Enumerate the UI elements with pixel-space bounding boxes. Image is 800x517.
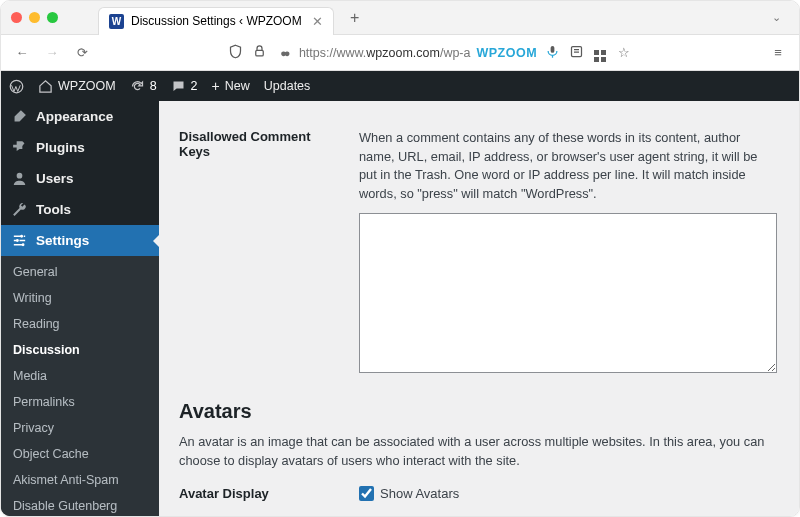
address-bar[interactable]: ●● https://www.wpzoom.com/wp-a WPZOOM ☆ — [103, 43, 757, 62]
avatar-display-row: Avatar Display Show Avatars — [179, 486, 777, 501]
svg-rect-0 — [256, 50, 264, 56]
sub-item-akismet[interactable]: Akismet Anti-Spam — [1, 467, 159, 493]
sidebar-item-plugins[interactable]: Plugins — [1, 132, 159, 163]
bookmark-icon[interactable]: ☆ — [615, 45, 633, 60]
new-tab-button[interactable]: + — [344, 9, 366, 27]
user-icon — [11, 170, 28, 187]
plus-icon: + — [212, 78, 220, 94]
disallowed-keys-label: Disallowed Comment Keys — [179, 129, 339, 376]
disallowed-keys-description: When a comment contains any of these wor… — [359, 129, 777, 203]
svg-rect-1 — [550, 45, 554, 52]
lock-icon — [251, 44, 269, 62]
svg-point-7 — [17, 173, 23, 179]
wrench-icon — [11, 201, 28, 218]
browser-tab[interactable]: W Discussion Settings ‹ WPZOOM ✕ — [98, 7, 334, 35]
show-avatars-option[interactable]: Show Avatars — [359, 486, 777, 501]
svg-point-8 — [20, 235, 23, 238]
tab-list-button[interactable]: ⌄ — [772, 11, 789, 24]
disallowed-keys-row: Disallowed Comment Keys When a comment c… — [179, 129, 777, 376]
sidebar-item-users[interactable]: Users — [1, 163, 159, 194]
tab-close-button[interactable]: ✕ — [312, 14, 323, 29]
microphone-icon — [543, 44, 561, 62]
sidebar-item-settings[interactable]: Settings — [1, 225, 159, 256]
sub-item-permalinks[interactable]: Permalinks — [1, 389, 159, 415]
avatars-description: An avatar is an image that can be associ… — [179, 433, 777, 470]
tab-title: Discussion Settings ‹ WPZOOM — [131, 14, 302, 28]
comment-icon — [171, 79, 186, 94]
forward-button[interactable]: → — [43, 45, 61, 60]
show-avatars-label: Show Avatars — [380, 486, 459, 501]
wp-admin-bar: WPZOOM 8 2 + New Updates — [1, 71, 799, 101]
url-text: https://www.wpzoom.com/wp-a — [299, 46, 471, 60]
sidebar-item-label: Users — [36, 171, 74, 186]
brand-badge: WPZOOM — [476, 46, 537, 60]
window-zoom-button[interactable] — [47, 12, 58, 23]
sub-item-privacy[interactable]: Privacy — [1, 415, 159, 441]
svg-point-10 — [22, 243, 25, 246]
settings-content: Disallowed Comment Keys When a comment c… — [159, 101, 799, 516]
sidebar-item-appearance[interactable]: Appearance — [1, 101, 159, 132]
tab-favicon: W — [109, 14, 124, 29]
updates-page-link[interactable]: Updates — [264, 79, 311, 93]
refresh-icon — [130, 79, 145, 94]
sidebar-item-label: Settings — [36, 233, 89, 248]
window-close-button[interactable] — [11, 12, 22, 23]
sidebar-item-tools[interactable]: Tools — [1, 194, 159, 225]
comments-link[interactable]: 2 — [171, 79, 198, 94]
disallowed-keys-textarea[interactable] — [359, 213, 777, 373]
comments-count: 2 — [191, 79, 198, 93]
site-name-link[interactable]: WPZOOM — [38, 79, 116, 94]
back-button[interactable]: ← — [13, 45, 31, 60]
reload-button[interactable]: ⟳ — [73, 45, 91, 60]
sub-item-general[interactable]: General — [1, 259, 159, 285]
window-minimize-button[interactable] — [29, 12, 40, 23]
browser-menu-button[interactable]: ≡ — [769, 45, 787, 60]
updates-count: 8 — [150, 79, 157, 93]
show-avatars-checkbox[interactable] — [359, 486, 374, 501]
sub-item-discussion[interactable]: Discussion — [1, 337, 159, 363]
apps-icon[interactable] — [591, 43, 609, 62]
browser-toolbar: ← → ⟳ ●● https://www.wpzoom.com/wp-a WPZ… — [1, 35, 799, 71]
admin-sidebar: Appearance Plugins Users Tools Settings … — [1, 101, 159, 516]
wordpress-icon — [9, 79, 24, 94]
home-icon — [38, 79, 53, 94]
window-controls — [11, 12, 58, 23]
site-name-label: WPZOOM — [58, 79, 116, 93]
sidebar-item-label: Tools — [36, 202, 71, 217]
settings-submenu: General Writing Reading Discussion Media… — [1, 256, 159, 516]
sub-item-disable-gutenberg[interactable]: Disable Gutenberg — [1, 493, 159, 516]
sub-item-object-cache[interactable]: Object Cache — [1, 441, 159, 467]
svg-point-9 — [16, 239, 19, 242]
updates-page-label: Updates — [264, 79, 311, 93]
sidebar-item-label: Plugins — [36, 140, 85, 155]
shield-icon — [227, 44, 245, 62]
sub-item-media[interactable]: Media — [1, 363, 159, 389]
new-content-link[interactable]: + New — [212, 78, 250, 94]
sub-item-writing[interactable]: Writing — [1, 285, 159, 311]
avatars-heading: Avatars — [179, 400, 777, 423]
new-label: New — [225, 79, 250, 93]
updates-link[interactable]: 8 — [130, 79, 157, 94]
plugin-icon — [11, 139, 28, 156]
sidebar-item-label: Appearance — [36, 109, 113, 124]
avatar-display-label: Avatar Display — [179, 486, 339, 501]
wp-logo-button[interactable] — [9, 79, 24, 94]
brush-icon — [11, 108, 28, 125]
reader-mode-icon[interactable] — [567, 44, 585, 62]
sliders-icon — [11, 232, 28, 249]
sub-item-reading[interactable]: Reading — [1, 311, 159, 337]
browser-tabbar: W Discussion Settings ‹ WPZOOM ✕ + ⌄ — [1, 1, 799, 35]
permissions-icon: ●● — [275, 47, 293, 59]
